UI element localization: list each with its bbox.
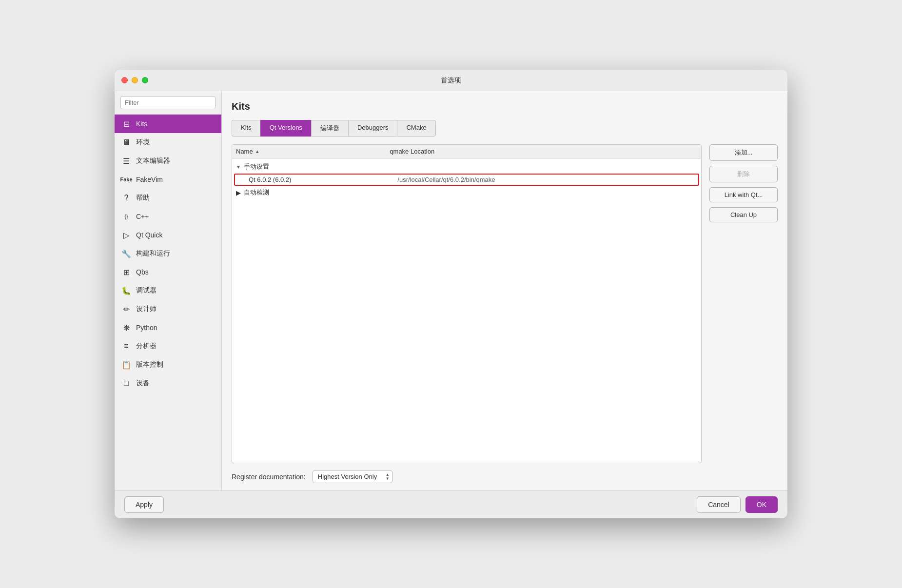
register-label: Register documentation:	[232, 473, 306, 481]
python-icon: ❋	[121, 323, 131, 333]
manual-group-header[interactable]: ▼ 手动设置	[232, 160, 701, 173]
col-location-header: qmake Location	[390, 148, 697, 155]
right-buttons: 添加... 删除 Link with Qt... Clean Up	[709, 144, 778, 463]
debugger-icon: 🐛	[121, 286, 131, 295]
sidebar-item-label: 环境	[136, 138, 150, 147]
auto-group-header[interactable]: ▶ 自动检测	[232, 186, 701, 199]
sidebar-item-designer[interactable]: ✏ 设计师	[115, 300, 221, 318]
designer-icon: ✏	[121, 304, 131, 314]
fakevim-icon: Fake	[121, 175, 131, 184]
text-editor-icon: ☰	[121, 156, 131, 166]
sidebar-items: ⊟ Kits 🖥 环境 ☰ 文本编辑器 Fake FakeVim ? 帮助	[115, 115, 221, 490]
qt-versions-table: Name ▲ qmake Location ▼ 手动设置	[232, 144, 702, 463]
sidebar-item-fakevim[interactable]: Fake FakeVim	[115, 170, 221, 189]
sidebar-item-cpp[interactable]: {} C++	[115, 207, 221, 226]
tab-cmake[interactable]: CMake	[397, 120, 435, 137]
main-content: ⊟ Kits 🖥 环境 ☰ 文本编辑器 Fake FakeVim ? 帮助	[115, 91, 787, 490]
version-select-wrapper: Highest Version Only All Versions None ▲…	[313, 470, 392, 483]
version-select[interactable]: Highest Version Only All Versions None	[313, 470, 392, 483]
analyzer-icon: ≡	[121, 341, 131, 351]
sidebar-filter-container	[115, 91, 221, 115]
manual-group-label: 手动设置	[244, 162, 269, 171]
table-body: ▼ 手动设置 Qt 6.0.2 (6.0.2) /usr/local/Cella…	[232, 158, 701, 463]
qt-version-name: Qt 6.0.2 (6.0.2)	[249, 176, 397, 183]
panel-title: Kits	[232, 101, 778, 112]
devices-icon: □	[121, 378, 131, 388]
sidebar-item-label: 构建和运行	[136, 249, 170, 258]
titlebar: 首选项	[115, 70, 787, 91]
tab-compilers[interactable]: 编译器	[311, 120, 348, 137]
right-panel: Kits Kits Qt Versions 编译器 Debuggers CMak…	[222, 91, 787, 490]
sidebar-item-label: 文本编辑器	[136, 157, 170, 165]
sidebar-item-label: Qbs	[136, 268, 149, 276]
apply-button[interactable]: Apply	[124, 496, 164, 513]
environment-icon: 🖥	[121, 137, 131, 147]
sidebar-item-analyzer[interactable]: ≡ 分析器	[115, 337, 221, 355]
qt-version-item[interactable]: Qt 6.0.2 (6.0.2) /usr/local/Cellar/qt/6.…	[234, 174, 699, 186]
sidebar-item-version-control[interactable]: 📋 版本控制	[115, 355, 221, 374]
tab-kits[interactable]: Kits	[232, 120, 260, 137]
sidebar-item-python[interactable]: ❋ Python	[115, 318, 221, 337]
filter-input[interactable]	[120, 96, 216, 109]
sidebar-item-qbs[interactable]: ⊞ Qbs	[115, 263, 221, 281]
sidebar-item-text-editor[interactable]: ☰ 文本编辑器	[115, 152, 221, 170]
manual-group: ▼ 手动设置 Qt 6.0.2 (6.0.2) /usr/local/Cella…	[232, 160, 701, 186]
tab-qt-versions[interactable]: Qt Versions	[260, 120, 311, 137]
link-qt-button[interactable]: Link with Qt...	[709, 187, 778, 202]
sidebar-item-label: Qt Quick	[136, 231, 162, 239]
preferences-window: 首选项 ⊟ Kits 🖥 环境 ☰ 文本编辑器	[115, 70, 787, 518]
tab-debuggers[interactable]: Debuggers	[348, 120, 397, 137]
sidebar-item-devices[interactable]: □ 设备	[115, 374, 221, 392]
window-title: 首选项	[441, 76, 461, 85]
window-controls	[121, 77, 148, 83]
clean-up-button[interactable]: Clean Up	[709, 207, 778, 222]
sidebar-item-label: 设计师	[136, 305, 157, 314]
cancel-button[interactable]: Cancel	[697, 496, 741, 513]
bottom-area: Register documentation: Highest Version …	[232, 463, 778, 490]
sidebar-item-qt-quick[interactable]: ▷ Qt Quick	[115, 226, 221, 244]
expand-arrow: ▼	[236, 164, 241, 170]
expand-arrow2: ▶	[236, 189, 241, 196]
remove-button[interactable]: 删除	[709, 166, 778, 182]
version-control-icon: 📋	[121, 360, 131, 370]
sidebar-item-label: 版本控制	[136, 360, 163, 369]
sidebar-item-label: Kits	[136, 120, 147, 128]
table-header: Name ▲ qmake Location	[232, 145, 701, 158]
sidebar-item-label: 帮助	[136, 194, 150, 202]
sidebar-item-label: Python	[136, 324, 157, 332]
sidebar-item-label: 分析器	[136, 342, 157, 351]
sidebar-item-environment[interactable]: 🖥 环境	[115, 133, 221, 152]
help-icon: ?	[121, 193, 131, 203]
close-button[interactable]	[121, 77, 128, 83]
sidebar-item-label: C++	[136, 213, 149, 220]
kits-icon: ⊟	[121, 119, 131, 129]
maximize-button[interactable]	[142, 77, 148, 83]
qbs-icon: ⊞	[121, 267, 131, 277]
footer-left: Apply	[124, 496, 164, 513]
footer-right: Cancel OK	[697, 496, 778, 513]
sidebar: ⊟ Kits 🖥 环境 ☰ 文本编辑器 Fake FakeVim ? 帮助	[115, 91, 222, 490]
sidebar-item-build-run[interactable]: 🔧 构建和运行	[115, 244, 221, 263]
cpp-icon: {}	[121, 212, 131, 221]
auto-group: ▶ 自动检测	[232, 186, 701, 199]
sidebar-item-kits[interactable]: ⊟ Kits	[115, 115, 221, 133]
ok-button[interactable]: OK	[745, 496, 778, 513]
minimize-button[interactable]	[132, 77, 138, 83]
sidebar-item-label: 设备	[136, 379, 150, 388]
build-run-icon: 🔧	[121, 249, 131, 258]
qt-version-location: /usr/local/Cellar/qt/6.0.2/bin/qmake	[397, 176, 695, 183]
sidebar-item-label: FakeVim	[136, 176, 163, 183]
qt-quick-icon: ▷	[121, 230, 131, 240]
content-area: Name ▲ qmake Location ▼ 手动设置	[232, 144, 778, 463]
add-button[interactable]: 添加...	[709, 144, 778, 161]
sidebar-item-debugger[interactable]: 🐛 调试器	[115, 281, 221, 300]
footer: Apply Cancel OK	[115, 490, 787, 518]
auto-group-label: 自动检测	[244, 188, 269, 197]
sidebar-item-help[interactable]: ? 帮助	[115, 189, 221, 207]
col-name-header[interactable]: Name ▲	[236, 148, 390, 155]
sidebar-item-label: 调试器	[136, 286, 157, 295]
tabs-bar: Kits Qt Versions 编译器 Debuggers CMake	[232, 120, 778, 137]
